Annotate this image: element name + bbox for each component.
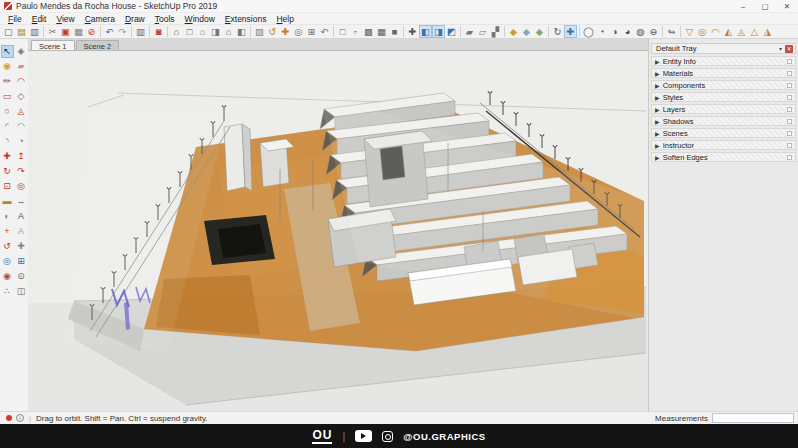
toolbar-icon-grab-tool[interactable]: ↬: [665, 25, 678, 38]
tray-section-materials[interactable]: Materials: [651, 68, 796, 78]
toolbar-icon-save[interactable]: ▥: [28, 25, 41, 38]
tool-3d-text[interactable]: A: [15, 225, 28, 238]
tray-section-styles[interactable]: Styles: [651, 92, 796, 102]
toolbar-icon-new[interactable]: ▢: [2, 25, 15, 38]
toolbar-icon-view-front[interactable]: ⌂: [196, 25, 209, 38]
minimize-button[interactable]: –: [732, 0, 754, 12]
toolbar-icon-view-back[interactable]: ⌂: [222, 25, 235, 38]
toolbar-icon-open[interactable]: ▤: [15, 25, 28, 38]
toolbar-icon-print[interactable]: ▥: [134, 25, 147, 38]
tool-two-point-arc[interactable]: ◠: [15, 120, 28, 133]
tool-zoom[interactable]: ◎: [1, 255, 14, 268]
toolbar-icon-sandbox-stamp[interactable]: ◭: [722, 25, 735, 38]
menu-item-draw[interactable]: Draw: [120, 14, 150, 24]
geolocation-icon[interactable]: [6, 415, 12, 421]
tray-section-components[interactable]: Components: [651, 80, 796, 90]
toolbar-icon-erase[interactable]: ⊘: [85, 25, 98, 38]
toolbar-icon-view-right[interactable]: ◨: [209, 25, 222, 38]
tool-polygon[interactable]: ◬: [15, 105, 28, 118]
menu-item-view[interactable]: View: [51, 14, 79, 24]
tray-section-soften-edges[interactable]: Soften Edges: [651, 152, 796, 162]
tool-walk[interactable]: ∴: [1, 285, 14, 298]
toolbar-icon-sandbox-from-scratch[interactable]: ◎: [696, 25, 709, 38]
tray-section-layers[interactable]: Layers: [651, 104, 796, 114]
section-detach-icon[interactable]: [787, 59, 792, 64]
tool-circle[interactable]: ○: [1, 105, 14, 118]
toolbar-icon-pan[interactable]: ✚: [279, 25, 292, 38]
tool-follow-me[interactable]: ↷: [15, 165, 28, 178]
tool-orbit[interactable]: ↺: [1, 240, 14, 253]
tool-rotated-rectangle[interactable]: ◇: [15, 90, 28, 103]
scene-tab-scene-2[interactable]: Scene 2: [76, 40, 120, 50]
tray-section-entity-info[interactable]: Entity Info: [651, 56, 796, 66]
tool-axes[interactable]: +: [1, 225, 14, 238]
toolbar-icon-view-left[interactable]: ◧: [235, 25, 248, 38]
tool-eraser[interactable]: ▰: [15, 60, 28, 73]
toolbar-icon-copy[interactable]: ▣: [59, 25, 72, 38]
tool-section-plane[interactable]: ◫: [15, 285, 28, 298]
tool-paint-bucket[interactable]: ◉: [1, 60, 14, 73]
toolbar-icon-style-circle-5[interactable]: ◍: [634, 25, 647, 38]
tool-rectangle[interactable]: ▭: [1, 90, 14, 103]
tool-freehand[interactable]: ◠: [15, 75, 28, 88]
maximize-button[interactable]: ▢: [754, 0, 776, 12]
toolbar-icon-view-iso[interactable]: ⌂: [170, 25, 183, 38]
model-viewport[interactable]: [28, 51, 648, 411]
section-detach-icon[interactable]: [787, 71, 792, 76]
tray-pin-icon[interactable]: ▾: [776, 45, 785, 52]
tool-look-around[interactable]: ⊙: [15, 270, 28, 283]
section-detach-icon[interactable]: [787, 155, 792, 160]
toolbar-icon-shadow-cube-back[interactable]: ◆: [533, 25, 546, 38]
tool-push-pull[interactable]: ↥: [15, 150, 28, 163]
toolbar-icon-section-display-cuts[interactable]: ◨: [432, 25, 445, 38]
toolbar-icon-style-circle-6[interactable]: ⊖: [647, 25, 660, 38]
toolbar-icon-sandbox-drape[interactable]: ◬: [735, 25, 748, 38]
section-detach-icon[interactable]: [787, 83, 792, 88]
menu-item-help[interactable]: Help: [271, 14, 298, 24]
toolbar-icon-style-circle-2[interactable]: ◔: [595, 25, 608, 38]
tool-pie[interactable]: ◔: [15, 135, 28, 148]
toolbar-icon-sandbox-from-contours[interactable]: ▽: [683, 25, 696, 38]
tool-tape-measure[interactable]: ▬: [1, 195, 14, 208]
tray-section-shadows[interactable]: Shadows: [651, 116, 796, 126]
section-detach-icon[interactable]: [787, 107, 792, 112]
toolbar-icon-face-wireframe[interactable]: □: [336, 25, 349, 38]
toolbar-icon-section-display-planes[interactable]: ◧: [419, 25, 432, 38]
menu-item-extensions[interactable]: Extensions: [220, 14, 272, 24]
tool-zoom-window[interactable]: ⊞: [15, 255, 28, 268]
toolbar-icon-section-plane[interactable]: ▰: [463, 25, 476, 38]
info-icon[interactable]: [16, 414, 24, 422]
scene-tab-scene-1[interactable]: Scene 1: [31, 40, 75, 50]
menu-item-edit[interactable]: Edit: [27, 14, 52, 24]
toolbar-icon-face-hidden-line[interactable]: ▫: [349, 25, 362, 38]
section-detach-icon[interactable]: [787, 95, 792, 100]
toolbar-icon-face-shaded[interactable]: ▩: [362, 25, 375, 38]
toolbar-icon-face-monochrome[interactable]: ■: [388, 25, 401, 38]
tool-make-component[interactable]: ◈: [15, 45, 28, 58]
toolbar-icon-section-fill[interactable]: ◩: [445, 25, 458, 38]
toolbar-icon-pan-view[interactable]: ✚: [564, 25, 577, 38]
tool-line[interactable]: ✏: [1, 75, 14, 88]
toolbar-icon-redo[interactable]: ↷: [116, 25, 129, 38]
tool-three-point-arc[interactable]: ◝: [1, 135, 14, 148]
toolbar-icon-paste[interactable]: ▦: [72, 25, 85, 38]
tray-section-scenes[interactable]: Scenes: [651, 128, 796, 138]
close-button[interactable]: ✕: [776, 0, 798, 12]
tool-position-camera[interactable]: ◉: [1, 270, 14, 283]
toolbar-icon-style-circle-1[interactable]: ◯: [582, 25, 595, 38]
tool-move[interactable]: ✚: [1, 150, 14, 163]
tray-header[interactable]: Default Tray ▾ ✕: [651, 43, 796, 54]
tool-arc[interactable]: ◜: [1, 120, 14, 133]
tool-text[interactable]: A: [15, 210, 28, 223]
toolbar-icon-style-circle-4[interactable]: ◕: [621, 25, 634, 38]
tool-scale[interactable]: ⊡: [1, 180, 14, 193]
measurements-input[interactable]: [712, 413, 794, 423]
toolbar-icon-undo[interactable]: ↶: [103, 25, 116, 38]
section-detach-icon[interactable]: [787, 131, 792, 136]
toolbar-icon-zoom[interactable]: ◎: [292, 25, 305, 38]
toolbar-icon-sandbox-add-detail[interactable]: △: [748, 25, 761, 38]
tool-protractor[interactable]: ◐: [1, 210, 14, 223]
toolbar-icon-previous-view[interactable]: ↶: [318, 25, 331, 38]
tool-rotate[interactable]: ↻: [1, 165, 14, 178]
tool-offset[interactable]: ◎: [15, 180, 28, 193]
